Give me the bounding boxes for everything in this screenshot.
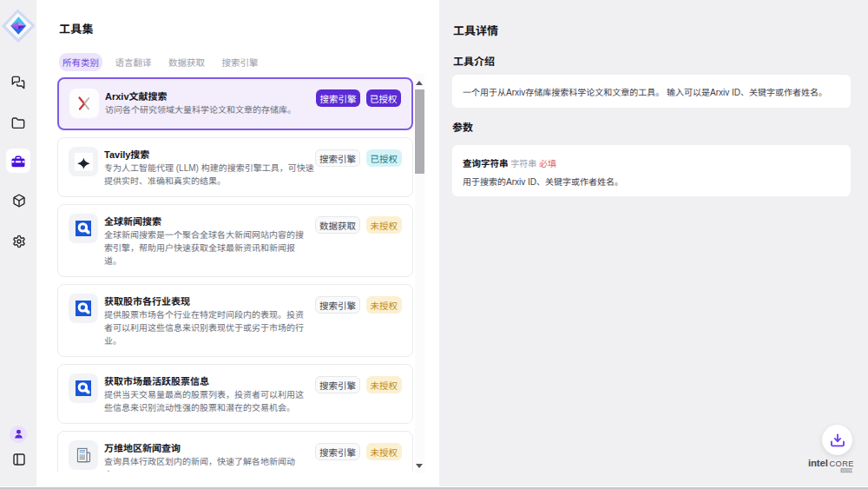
svg-text:intel: intel [808, 458, 828, 468]
svg-text:CORE: CORE [830, 459, 854, 468]
svg-text:ULTRA: ULTRA [842, 468, 853, 472]
